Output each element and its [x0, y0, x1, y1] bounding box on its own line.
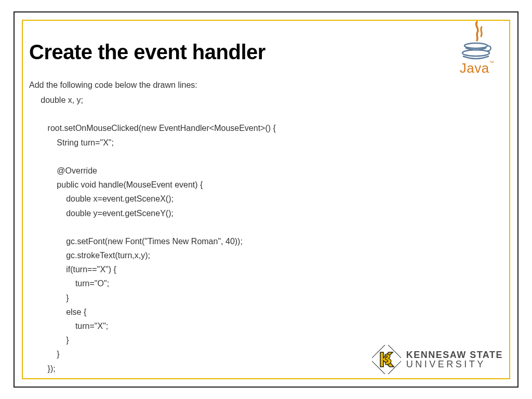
trademark-symbol: ™ [489, 60, 495, 65]
java-logo-text: Java™ [451, 60, 503, 76]
java-cup-icon [459, 21, 495, 62]
instruction-text: Add the following code below the drawn l… [29, 81, 503, 90]
code-block: double x, y; root.setOnMouseClicked(new … [29, 93, 503, 376]
page-title: Create the event handler [29, 41, 503, 64]
svg-point-0 [464, 43, 487, 48]
java-word: Java [460, 60, 489, 76]
ksu-logo: KENNESAW STATE UNIVERSITY [372, 345, 503, 374]
java-logo: Java™ [451, 21, 503, 76]
slide-content: Create the event handler Add the followi… [29, 26, 503, 373]
ksu-line1: KENNESAW STATE [406, 350, 503, 360]
ksu-text: KENNESAW STATE UNIVERSITY [406, 350, 503, 369]
ksu-line2: UNIVERSITY [406, 360, 503, 369]
svg-point-1 [462, 50, 489, 56]
ksu-emblem-icon [372, 345, 401, 374]
